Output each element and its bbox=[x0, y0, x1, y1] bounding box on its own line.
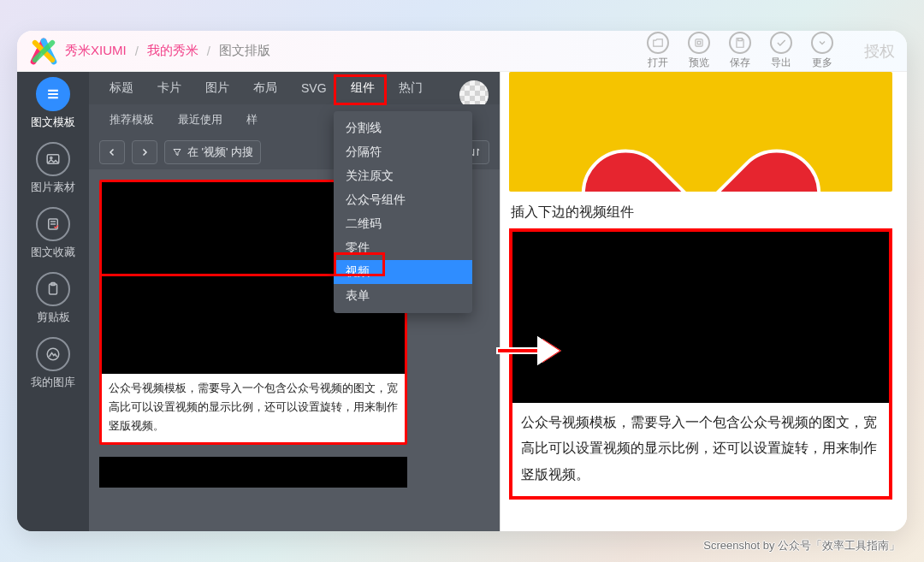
forward-button[interactable] bbox=[132, 140, 157, 164]
category-tabs: 标题 卡片 图片 布局 SVG 组件 热门 主题色 bbox=[89, 72, 500, 104]
video-component-desc: 公众号视频模板，需要导入一个包含公众号视频的图文，宽高比可以设置视频的显示比例，… bbox=[512, 403, 889, 496]
rail-templates[interactable]: 图文模板 bbox=[31, 77, 75, 130]
svg-rect-1 bbox=[697, 41, 701, 44]
rail-images-label: 图片素材 bbox=[31, 180, 75, 195]
inserted-video-component[interactable]: 公众号视频模板，需要导入一个包含公众号视频的图文，宽高比可以设置视频的显示比例，… bbox=[509, 228, 892, 500]
filter-icon bbox=[172, 147, 182, 157]
svg-rect-0 bbox=[696, 39, 702, 46]
image-icon bbox=[36, 142, 70, 176]
preview-image bbox=[509, 72, 892, 192]
watermark: Screenshot by 公众号「效率工具指南」 bbox=[703, 538, 900, 553]
rail-mygallery-label: 我的图库 bbox=[31, 375, 75, 390]
tab-image[interactable]: 图片 bbox=[193, 72, 241, 104]
dd-qrcode[interactable]: 二维码 bbox=[334, 212, 472, 236]
clipboard-icon bbox=[36, 272, 70, 306]
more-label: 更多 bbox=[812, 56, 832, 70]
rail-clipboard[interactable]: 剪贴板 bbox=[36, 272, 70, 325]
lines-icon bbox=[36, 77, 70, 111]
tab-card[interactable]: 卡片 bbox=[145, 72, 193, 104]
svg-rect-2 bbox=[738, 38, 743, 41]
subtab-recommend[interactable]: 推荐模板 bbox=[98, 104, 166, 135]
preview-label: 预览 bbox=[689, 56, 709, 70]
preview-title: 插入下边的视频组件 bbox=[511, 204, 898, 222]
dd-form[interactable]: 表单 bbox=[334, 284, 472, 308]
component-dropdown: 分割线 分隔符 关注原文 公众号组件 二维码 零件 视频 表单 bbox=[334, 111, 472, 313]
app-logo bbox=[29, 37, 58, 66]
open-label: 打开 bbox=[648, 56, 668, 70]
heart-icon bbox=[628, 92, 773, 192]
rail-mygallery[interactable]: 我的图库 bbox=[31, 337, 75, 390]
tab-svg[interactable]: SVG bbox=[289, 72, 339, 104]
template-card-next[interactable] bbox=[99, 457, 407, 488]
bookmark-icon bbox=[36, 207, 70, 241]
open-icon bbox=[647, 32, 669, 54]
dd-follow[interactable]: 关注原文 bbox=[334, 164, 472, 188]
gallery-icon bbox=[36, 337, 70, 371]
check-icon bbox=[770, 32, 792, 54]
save-icon bbox=[729, 32, 751, 54]
dd-divider[interactable]: 分割线 bbox=[334, 116, 472, 140]
tab-component[interactable]: 组件 bbox=[339, 72, 387, 104]
arrow-left-icon bbox=[107, 147, 117, 157]
arrow-right-icon bbox=[139, 147, 150, 157]
dd-separator[interactable]: 分隔符 bbox=[334, 140, 472, 164]
more-button[interactable]: 更多 bbox=[811, 32, 833, 70]
preview-panel: 插入下边的视频组件 公众号视频模板，需要导入一个包含公众号视频的图文，宽高比可以… bbox=[500, 72, 907, 531]
tab-layout[interactable]: 布局 bbox=[241, 72, 289, 104]
rail-favorites-label: 图文收藏 bbox=[31, 245, 75, 260]
rail-favorites[interactable]: 图文收藏 bbox=[31, 207, 75, 260]
breadcrumb-current: 图文排版 bbox=[219, 43, 270, 59]
breadcrumb-mine[interactable]: 我的秀米 bbox=[147, 43, 198, 59]
video-placeholder bbox=[512, 232, 889, 403]
dd-video[interactable]: 视频 bbox=[334, 260, 472, 284]
rail-templates-label: 图文模板 bbox=[31, 115, 75, 130]
dd-gzh-component[interactable]: 公众号组件 bbox=[334, 188, 472, 212]
side-rail: 图文模板 图片素材 图文收藏 bbox=[17, 72, 89, 531]
titlebar-actions: 打开 预览 保存 导出 bbox=[647, 32, 895, 70]
app-window: 秀米XIUMI / 我的秀米 / 图文排版 打开 预览 bbox=[17, 31, 907, 531]
back-button[interactable] bbox=[99, 140, 125, 164]
svg-point-7 bbox=[50, 157, 52, 158]
annotation-arrow bbox=[496, 347, 544, 354]
search-scope[interactable]: 在 '视频' 内搜 bbox=[164, 140, 261, 164]
breadcrumb-brand[interactable]: 秀米XIUMI bbox=[65, 43, 127, 59]
preview-button[interactable]: 预览 bbox=[688, 32, 710, 70]
eye-icon bbox=[688, 32, 710, 54]
rail-clipboard-label: 剪贴板 bbox=[37, 310, 70, 325]
tab-hot[interactable]: 热门 bbox=[387, 72, 435, 104]
chevron-down-icon bbox=[811, 32, 833, 54]
export-button[interactable]: 导出 bbox=[770, 32, 792, 70]
save-label: 保存 bbox=[730, 56, 750, 70]
save-button[interactable]: 保存 bbox=[729, 32, 751, 70]
breadcrumb: 秀米XIUMI / 我的秀米 / 图文排版 bbox=[65, 43, 270, 59]
editor-panel: 图文模板 图片素材 图文收藏 bbox=[17, 72, 500, 531]
content: 图文模板 图片素材 图文收藏 bbox=[17, 72, 907, 531]
breadcrumb-sep: / bbox=[207, 44, 210, 58]
export-label: 导出 bbox=[771, 56, 791, 70]
template-desc: 公众号视频模板，需要导入一个包含公众号视频的图文，宽高比可以设置视频的显示比例，… bbox=[102, 374, 405, 442]
dd-parts[interactable]: 零件 bbox=[334, 236, 472, 260]
breadcrumb-sep: / bbox=[135, 44, 139, 58]
subtab-style-truncated[interactable]: 样 bbox=[234, 104, 270, 135]
open-button[interactable]: 打开 bbox=[647, 32, 669, 70]
search-scope-label: 在 '视频' 内搜 bbox=[187, 145, 253, 160]
rail-images[interactable]: 图片素材 bbox=[31, 142, 75, 195]
subtab-recent[interactable]: 最近使用 bbox=[166, 104, 234, 135]
auth-label[interactable]: 授权 bbox=[864, 41, 895, 62]
tab-title[interactable]: 标题 bbox=[98, 72, 145, 104]
titlebar: 秀米XIUMI / 我的秀米 / 图文排版 打开 预览 bbox=[17, 31, 907, 72]
